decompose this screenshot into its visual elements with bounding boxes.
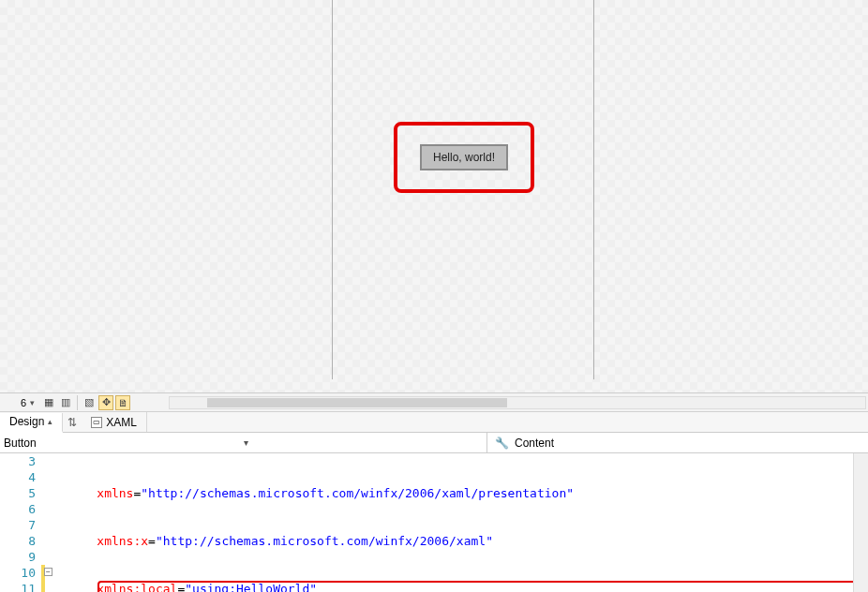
- separator: [77, 395, 78, 410]
- scrollbar-thumb[interactable]: [207, 398, 507, 407]
- vertical-scrollbar[interactable]: [853, 453, 868, 592]
- line-number-gutter: 3 4 5 6 7 8 9 10 11 12: [0, 453, 41, 592]
- code-content[interactable]: xmlns="http://schemas.microsoft.com/winf…: [67, 453, 868, 592]
- grid-view-alt-icon[interactable]: ▥: [58, 395, 73, 410]
- code-token: xmlns:local: [97, 582, 177, 592]
- rendered-button[interactable]: Hello, world!: [420, 144, 508, 170]
- xaml-editor[interactable]: 3 4 5 6 7 8 9 10 11 12 − xmlns="http://s…: [0, 453, 868, 592]
- element-dropdown[interactable]: Button ▾: [0, 433, 487, 452]
- zoom-value[interactable]: 6: [2, 397, 28, 408]
- tab-design[interactable]: Design ▴: [0, 413, 63, 433]
- xaml-icon: ▭: [91, 417, 102, 428]
- property-label: Content: [515, 437, 554, 450]
- line-number: 8: [0, 533, 36, 549]
- marker-margin: −: [41, 453, 67, 592]
- code-token: "using:HelloWorld": [185, 582, 317, 592]
- code-token: "http://schemas.microsoft.com/winfx/2006…: [156, 534, 493, 548]
- line-number: 11: [0, 581, 36, 592]
- element-name: Button: [4, 437, 244, 450]
- tab-label: Design: [9, 415, 44, 428]
- grid-view-icon[interactable]: ▦: [41, 395, 56, 410]
- tab-label: XAML: [106, 416, 137, 429]
- swap-panes-icon[interactable]: ⇅: [63, 416, 82, 429]
- element-property-bar: Button ▾ 🔧 Content: [0, 433, 868, 453]
- palette-icon[interactable]: ▧: [82, 395, 97, 410]
- chevron-down-icon[interactable]: ▾: [30, 398, 39, 407]
- line-number: 7: [0, 517, 36, 533]
- chevron-down-icon: ▾: [244, 437, 484, 448]
- code-token: "http://schemas.microsoft.com/winfx/2006…: [141, 486, 574, 500]
- design-surface[interactable]: Hello, world!: [0, 0, 868, 393]
- document-icon[interactable]: 🗎: [115, 395, 130, 410]
- property-cell[interactable]: 🔧 Content: [487, 437, 561, 450]
- line-number: 9: [0, 549, 36, 565]
- tab-xaml[interactable]: ▭ XAML: [82, 412, 147, 432]
- zoom-toolbar: 6 ▾ ▦ ▥ ▧ ✥ 🗎: [0, 393, 868, 412]
- wrench-icon: 🔧: [495, 437, 509, 450]
- chevron-up-icon: ▴: [48, 417, 52, 426]
- line-number: 4: [0, 469, 36, 485]
- code-token: xmlns:x: [97, 534, 148, 548]
- code-token: xmlns: [97, 486, 133, 500]
- line-number: 10: [0, 565, 36, 581]
- line-number: 5: [0, 485, 36, 501]
- line-number: 3: [0, 453, 36, 469]
- horizontal-scrollbar[interactable]: [169, 396, 866, 409]
- fold-toggle-icon[interactable]: −: [44, 568, 52, 576]
- view-tabs: Design ▴ ⇅ ▭ XAML: [0, 412, 868, 433]
- selection-highlight: Hello, world!: [394, 122, 534, 193]
- line-number: 6: [0, 501, 36, 517]
- snap-toggle-icon[interactable]: ✥: [98, 395, 113, 410]
